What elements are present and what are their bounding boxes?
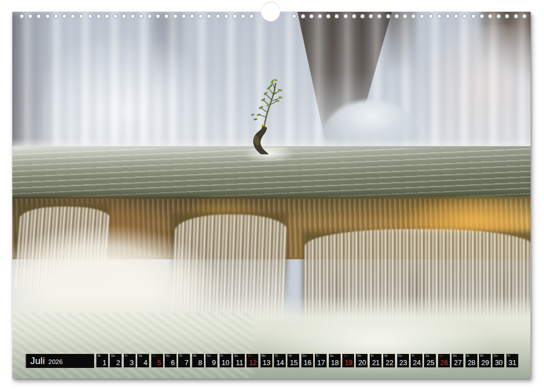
day-cell: Mi22 [383, 354, 395, 367]
day-cell: Fr10 [220, 354, 231, 367]
day-number: 17 [317, 360, 325, 366]
binder-hole [173, 14, 178, 18]
day-number: 29 [481, 360, 489, 366]
binder-hole [79, 14, 83, 18]
day-number: 1 [103, 360, 106, 366]
binder-hole [292, 14, 296, 18]
day-cell: Mi1 [96, 354, 108, 367]
day-cell: Di28 [466, 354, 477, 367]
day-cell: Do9 [206, 354, 217, 367]
weekday-label: So [152, 354, 156, 357]
weekday-label: Di [275, 354, 278, 357]
year-label: 2026 [48, 358, 63, 365]
weekday-label: Mo [357, 354, 361, 357]
binder-hole [88, 14, 92, 18]
day-number: 15 [290, 360, 298, 366]
day-number: 5 [157, 360, 161, 366]
day-cell: Do16 [301, 354, 313, 367]
day-cell: Mi29 [479, 354, 491, 367]
binder-hole [36, 14, 41, 18]
binder-hole [105, 14, 109, 18]
day-cell: Do23 [397, 354, 409, 367]
weekday-label: So [439, 354, 443, 357]
day-cell: Fr24 [411, 354, 422, 367]
binder-hole [113, 14, 118, 18]
day-cell: Mo6 [165, 354, 176, 367]
day-number: 31 [509, 360, 517, 366]
binder-hole [233, 14, 237, 18]
binder-hole [96, 14, 101, 18]
binder-hole [309, 14, 314, 18]
day-cell: Fr3 [124, 354, 136, 367]
binder-hole [20, 14, 24, 18]
binder-hole [352, 14, 356, 18]
day-number: 30 [495, 360, 503, 366]
day-number: 7 [184, 360, 188, 366]
weekday-label: Di [179, 354, 182, 357]
day-number: 3 [130, 360, 134, 366]
day-cell: So26 [438, 354, 450, 367]
day-cell: Sa4 [137, 354, 149, 367]
weekday-label: So [343, 354, 347, 357]
day-number: 13 [263, 360, 271, 366]
day-cell: Mo27 [452, 354, 463, 367]
day-cell: Di7 [178, 354, 190, 367]
day-cells: Mi1Do2Fr3Sa4So5Mo6Di7Mi8Do9Fr10Sa11So12M… [96, 354, 518, 368]
weekday-label: Do [494, 354, 497, 357]
day-number: 25 [426, 360, 434, 366]
weekday-label: So [248, 354, 252, 357]
binder-hole [369, 14, 373, 18]
binder-hole [122, 14, 126, 18]
day-cell: Sa11 [233, 354, 245, 367]
photo-layer-foam-streaks [12, 313, 253, 379]
day-number: 10 [222, 360, 230, 366]
day-cell: Sa25 [424, 354, 436, 367]
weekday-label: Fr [316, 354, 319, 357]
weekday-label: Do [111, 354, 115, 357]
sapling-illustration [236, 74, 301, 158]
day-cell: Mi15 [287, 354, 299, 367]
binder-hole [480, 14, 484, 18]
day-number: 20 [359, 360, 366, 366]
binder-hole [301, 14, 305, 18]
binder-hole [54, 14, 58, 18]
day-number: 9 [212, 360, 216, 366]
binder-hole [28, 14, 32, 18]
weekday-label: Do [207, 354, 211, 357]
weekday-label: Sa [425, 354, 429, 357]
day-cell: Sa18 [329, 354, 341, 367]
day-cell: Mo13 [261, 354, 272, 367]
binder-hole [454, 14, 458, 18]
weekday-label: Mi [384, 354, 388, 357]
day-number: 23 [399, 360, 407, 366]
binder-hole [377, 14, 382, 18]
day-number: 14 [276, 360, 284, 366]
binder-hole [403, 14, 407, 18]
weekday-label: Mi [480, 354, 483, 357]
day-number: 22 [385, 360, 393, 366]
weekday-label: Mo [262, 354, 266, 357]
day-cell: So5 [151, 354, 163, 367]
binder-hole [411, 14, 416, 18]
day-number: 26 [440, 360, 448, 366]
binder-hole [505, 14, 509, 18]
weekday-label: Sa [234, 354, 238, 357]
weekday-label: Mo [453, 354, 457, 357]
weekday-label: Di [371, 354, 374, 357]
day-cell: Do2 [110, 354, 122, 367]
binder-hole [207, 14, 211, 18]
binder-hole [45, 14, 50, 18]
day-cell: So19 [342, 354, 354, 367]
binder-hole [496, 14, 501, 18]
day-cell: Di14 [274, 354, 286, 367]
calendar-page: Juli 2026 Mi1Do2Fr3Sa4So5Mo6Di7Mi8Do9Fr1… [12, 12, 531, 379]
binder-hole [198, 14, 203, 18]
day-number: 8 [198, 360, 202, 366]
calendar-strip: Juli 2026 Mi1Do2Fr3Sa4So5Mo6Di7Mi8Do9Fr1… [12, 354, 531, 368]
weekday-label: Di [467, 354, 469, 357]
day-cell: Fr17 [315, 354, 327, 367]
binder-hole [394, 14, 399, 18]
binder-hole [429, 14, 433, 18]
day-number: 12 [249, 360, 257, 366]
binder-hole [445, 14, 450, 18]
